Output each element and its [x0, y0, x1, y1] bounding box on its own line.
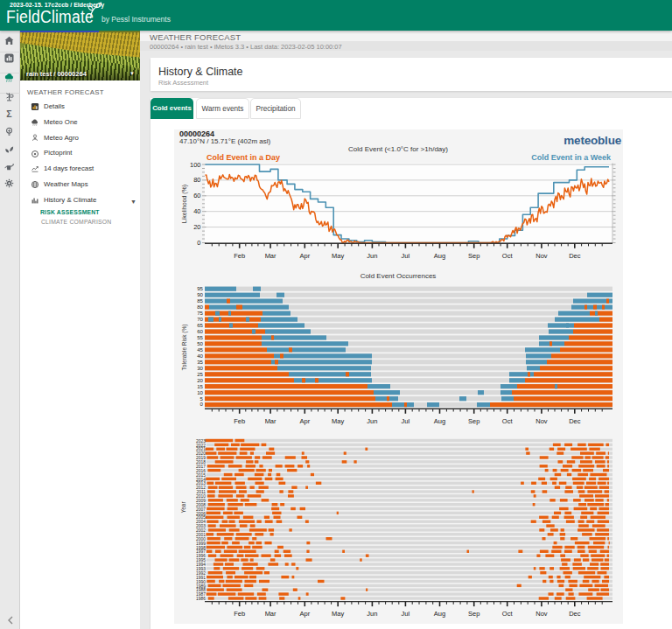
svg-text:Nov: Nov: [536, 417, 548, 425]
svg-text:Jun: Jun: [367, 417, 377, 425]
svg-text:1986: 1986: [196, 597, 206, 601]
svg-text:May: May: [332, 252, 344, 260]
svg-text:Aug: Aug: [434, 417, 445, 425]
svg-text:Aug: Aug: [434, 610, 445, 618]
svg-text:May: May: [332, 610, 344, 618]
svg-text:Feb: Feb: [234, 610, 245, 618]
svg-text:95: 95: [197, 285, 203, 291]
svg-text:Apr: Apr: [299, 252, 310, 260]
svg-text:Sep: Sep: [468, 252, 480, 260]
svg-text:meteoblue: meteoblue: [564, 134, 621, 147]
svg-text:Mar: Mar: [265, 417, 276, 425]
svg-text:80: 80: [193, 176, 200, 184]
svg-text:Nov: Nov: [536, 610, 548, 618]
svg-text:Dec: Dec: [569, 610, 581, 618]
svg-text:80: 80: [197, 304, 203, 310]
svg-text:00000264: 00000264: [179, 129, 214, 138]
svg-text:20: 20: [193, 223, 200, 231]
svg-text:40: 40: [193, 207, 200, 215]
svg-text:Oct: Oct: [502, 610, 514, 618]
svg-text:Σ: Σ: [6, 108, 12, 119]
svg-text:50: 50: [197, 340, 203, 346]
svg-text:Sep: Sep: [468, 417, 480, 425]
svg-text:Mar: Mar: [265, 610, 276, 618]
svg-text:85: 85: [197, 297, 203, 304]
svg-text:Dec: Dec: [569, 252, 581, 260]
svg-text:Cold Event Occurrences: Cold Event Occurrences: [360, 272, 437, 280]
svg-text:Nov: Nov: [536, 252, 548, 260]
svg-text:Oct: Oct: [502, 417, 514, 425]
svg-text:Jul: Jul: [402, 252, 410, 260]
svg-text:100: 100: [190, 161, 201, 169]
svg-text:Cold Event in a Day: Cold Event in a Day: [206, 153, 280, 162]
svg-text:Dec: Dec: [569, 417, 581, 425]
svg-text:Jun: Jun: [367, 252, 377, 260]
svg-text:25: 25: [197, 371, 203, 377]
svg-text:Apr: Apr: [299, 417, 310, 425]
svg-text:Jul: Jul: [402, 610, 410, 618]
svg-text:15: 15: [197, 383, 203, 389]
svg-text:Feb: Feb: [234, 417, 245, 425]
svg-text:Feb: Feb: [234, 252, 245, 260]
svg-text:75: 75: [197, 310, 203, 316]
svg-text:0: 0: [200, 401, 204, 407]
svg-text:May: May: [332, 417, 344, 425]
svg-text:Tolerable Risk (%): Tolerable Risk (%): [181, 325, 188, 371]
svg-text:47.10°N / 15.71°E (402m asl): 47.10°N / 15.71°E (402m asl): [179, 137, 271, 145]
svg-text:Cold Event in a Week: Cold Event in a Week: [531, 153, 612, 162]
svg-text:Sep: Sep: [468, 610, 480, 618]
svg-text:Jul: Jul: [402, 417, 410, 425]
svg-text:Oct: Oct: [502, 252, 514, 260]
svg-text:65: 65: [197, 322, 203, 328]
svg-text:Cold Event (<1.0°C for >1h/day: Cold Event (<1.0°C for >1h/day): [348, 145, 448, 153]
svg-text:Year: Year: [180, 501, 186, 514]
svg-text:35: 35: [197, 359, 203, 365]
svg-text:30: 30: [197, 365, 203, 371]
svg-text:0: 0: [197, 239, 200, 247]
svg-text:45: 45: [197, 346, 203, 353]
svg-text:Apr: Apr: [299, 610, 310, 618]
svg-text:10: 10: [197, 389, 203, 395]
svg-text:Jun: Jun: [367, 610, 377, 618]
svg-text:60: 60: [197, 328, 203, 334]
svg-text:Mar: Mar: [265, 252, 276, 260]
svg-text:60: 60: [193, 192, 200, 199]
svg-text:Likelihood (%): Likelihood (%): [181, 185, 188, 223]
svg-text:Aug: Aug: [434, 252, 445, 260]
